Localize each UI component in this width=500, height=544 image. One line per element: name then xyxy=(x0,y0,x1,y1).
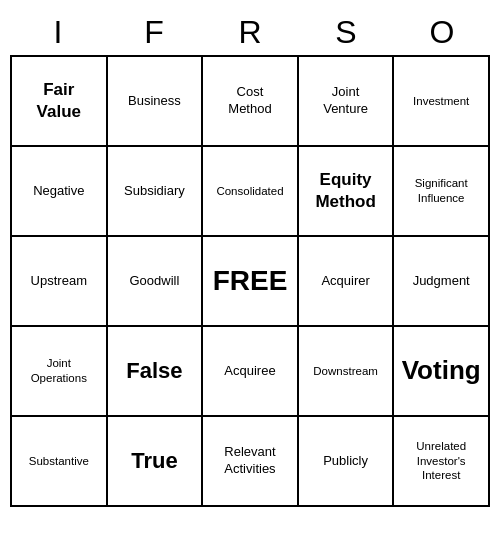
bingo-card: IFRSO Fair ValueBusinessCost MethodJoint… xyxy=(10,10,490,507)
header-S: S xyxy=(298,10,394,55)
cell-text-r0-c4: Investment xyxy=(413,94,469,109)
cell-text-r2-c1: Goodwill xyxy=(129,273,179,290)
cell-r1-c0: Negative xyxy=(12,147,108,237)
cell-r3-c0: Joint Operations xyxy=(12,327,108,417)
bingo-grid: Fair ValueBusinessCost MethodJoint Ventu… xyxy=(10,55,490,507)
cell-text-r0-c1: Business xyxy=(128,93,181,110)
cell-r1-c4: Significant Influence xyxy=(394,147,490,237)
cell-r0-c4: Investment xyxy=(394,57,490,147)
cell-r3-c4: Voting xyxy=(394,327,490,417)
cell-text-r2-c2: FREE xyxy=(213,263,288,299)
cell-r1-c3: Equity Method xyxy=(299,147,395,237)
cell-r2-c0: Upstream xyxy=(12,237,108,327)
cell-r4-c3: Publicly xyxy=(299,417,395,507)
cell-text-r3-c4: Voting xyxy=(402,354,481,388)
cell-r3-c3: Downstream xyxy=(299,327,395,417)
cell-text-r4-c0: Substantive xyxy=(29,454,89,469)
cell-r0-c3: Joint Venture xyxy=(299,57,395,147)
header-I: I xyxy=(10,10,106,55)
cell-text-r4-c4: Unrelated Investor's Interest xyxy=(416,439,466,484)
cell-r2-c2: FREE xyxy=(203,237,299,327)
cell-text-r3-c3: Downstream xyxy=(313,364,378,379)
header-F: F xyxy=(106,10,202,55)
cell-text-r1-c0: Negative xyxy=(33,183,84,200)
cell-r2-c1: Goodwill xyxy=(108,237,204,327)
cell-text-r2-c0: Upstream xyxy=(31,273,87,290)
cell-r1-c2: Consolidated xyxy=(203,147,299,237)
cell-r3-c2: Acquiree xyxy=(203,327,299,417)
cell-text-r1-c1: Subsidiary xyxy=(124,183,185,200)
cell-r4-c4: Unrelated Investor's Interest xyxy=(394,417,490,507)
cell-text-r0-c2: Cost Method xyxy=(228,84,271,118)
cell-text-r0-c3: Joint Venture xyxy=(323,84,368,118)
header-row: IFRSO xyxy=(10,10,490,55)
cell-r0-c0: Fair Value xyxy=(12,57,108,147)
cell-text-r0-c0: Fair Value xyxy=(37,79,81,123)
cell-r2-c4: Judgment xyxy=(394,237,490,327)
header-O: O xyxy=(394,10,490,55)
cell-text-r4-c3: Publicly xyxy=(323,453,368,470)
header-R: R xyxy=(202,10,298,55)
cell-r4-c1: True xyxy=(108,417,204,507)
cell-text-r2-c4: Judgment xyxy=(413,273,470,290)
cell-r4-c2: Relevant Activities xyxy=(203,417,299,507)
cell-r0-c2: Cost Method xyxy=(203,57,299,147)
cell-text-r3-c0: Joint Operations xyxy=(31,356,87,386)
cell-r0-c1: Business xyxy=(108,57,204,147)
cell-text-r2-c3: Acquirer xyxy=(321,273,369,290)
cell-r1-c1: Subsidiary xyxy=(108,147,204,237)
cell-text-r1-c4: Significant Influence xyxy=(415,176,468,206)
cell-text-r4-c1: True xyxy=(131,447,177,476)
cell-text-r4-c2: Relevant Activities xyxy=(224,444,275,478)
cell-r3-c1: False xyxy=(108,327,204,417)
cell-text-r1-c3: Equity Method xyxy=(315,169,375,213)
cell-text-r3-c1: False xyxy=(126,357,182,386)
cell-r4-c0: Substantive xyxy=(12,417,108,507)
cell-text-r1-c2: Consolidated xyxy=(216,184,283,199)
cell-text-r3-c2: Acquiree xyxy=(224,363,275,380)
cell-r2-c3: Acquirer xyxy=(299,237,395,327)
